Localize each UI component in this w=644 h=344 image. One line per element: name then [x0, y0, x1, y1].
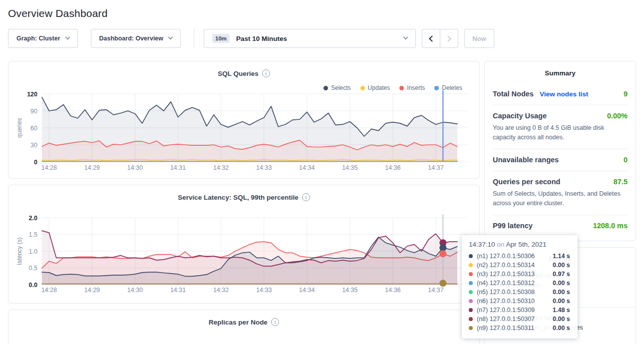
sql-queries-chart-card: SQL Queries i SelectsUpdatesInsertsDelet… — [8, 61, 480, 179]
svg-text:14:37: 14:37 — [428, 164, 443, 171]
svg-text:queries: queries — [16, 118, 23, 137]
legend-item-deletes[interactable]: Deletes — [434, 84, 462, 91]
main-layout: SQL Queries i SelectsUpdatesInsertsDelet… — [8, 61, 636, 344]
now-button[interactable]: Now — [464, 29, 494, 48]
chevron-right-icon — [445, 35, 451, 42]
p99-latency-label: P99 latency — [493, 222, 533, 230]
svg-text:14:35: 14:35 — [342, 287, 357, 294]
sql-queries-chart-title: SQL Queries i — [8, 69, 479, 77]
total-nodes-value: 9 — [624, 90, 628, 98]
svg-text:0.5: 0.5 — [29, 265, 37, 272]
svg-text:14:32: 14:32 — [213, 164, 229, 171]
summary-title: Summary — [485, 69, 636, 77]
latency-chart[interactable]: 14:2814:2914:3014:3114:3214:3314:3414:35… — [16, 212, 472, 297]
legend-item-selects[interactable]: Selects — [323, 84, 350, 91]
svg-text:14:35: 14:35 — [342, 164, 357, 171]
chevron-down-icon — [168, 34, 173, 39]
svg-text:14:33: 14:33 — [256, 287, 272, 294]
sql-queries-chart[interactable]: 14:2814:2914:3014:3114:3214:3314:3414:35… — [16, 88, 472, 173]
dashboard-dropdown[interactable]: Dashboard: Overview — [91, 29, 181, 48]
svg-text:30: 30 — [30, 142, 37, 149]
summary-body: Total Nodes View nodes list 9 Capacity U… — [485, 82, 636, 237]
time-prev-button[interactable] — [422, 29, 440, 48]
svg-text:14:34: 14:34 — [299, 164, 315, 171]
overview-dashboard-page: Overview Dashboard Graph: Cluster Dashbo… — [0, 0, 644, 344]
unavailable-ranges-row: Unavailable ranges 0 — [493, 149, 628, 171]
charts-column: SQL Queries i SelectsUpdatesInsertsDelet… — [8, 61, 480, 344]
event-detail: movr.public.user_promo_codes — [493, 323, 628, 333]
latency-chart-card: Service Latency: SQL, 99th percentile i … — [8, 185, 480, 304]
graph-dropdown-label: Graph: Cluster — [16, 35, 60, 42]
svg-text:14:32: 14:32 — [213, 287, 229, 294]
events-card: Events User root created tablemovr.publi… — [484, 247, 636, 344]
svg-text:14:31: 14:31 — [170, 287, 186, 294]
svg-text:latency (s): latency (s) — [16, 237, 23, 265]
svg-text:14:33: 14:33 — [256, 164, 272, 171]
sql-queries-legend: SelectsUpdatesInsertsDeletes — [323, 84, 462, 91]
event-message: User root created table — [493, 272, 559, 279]
unavailable-ranges-value: 0 — [624, 156, 628, 164]
unavailable-ranges-label: Unavailable ranges — [493, 156, 559, 164]
legend-label: Selects — [331, 84, 350, 91]
chevron-down-icon — [65, 34, 70, 39]
total-nodes-label: Total Nodes — [493, 90, 534, 98]
time-range-label: Past 10 Minutes — [236, 35, 287, 42]
svg-text:14:28: 14:28 — [41, 164, 57, 171]
legend-dot — [360, 86, 365, 90]
time-range-badge: 10m — [212, 34, 230, 43]
svg-text:0: 0 — [34, 159, 37, 166]
time-next-button[interactable] — [440, 29, 458, 48]
legend-label: Updates — [368, 84, 390, 91]
info-icon[interactable]: i — [271, 318, 279, 326]
svg-text:14:28: 14:28 — [41, 287, 57, 294]
total-nodes-row: Total Nodes View nodes list 9 — [493, 83, 628, 105]
capacity-usage-desc: You are using 0 B of 4.5 GiB usable disk… — [493, 123, 628, 142]
svg-text:2.0: 2.0 — [29, 215, 37, 222]
summary-card: Summary Total Nodes View nodes list 9 Ca… — [484, 61, 636, 241]
queries-per-second-desc: Sum of Selects, Updates, Inserts, and De… — [493, 189, 628, 208]
svg-text:0.0: 0.0 — [29, 282, 37, 289]
capacity-usage-value: 0.00% — [607, 112, 628, 120]
queries-per-second-label: Queries per second — [493, 178, 560, 186]
legend-dot — [323, 86, 328, 90]
svg-text:14:36: 14:36 — [385, 164, 400, 171]
svg-text:90: 90 — [30, 108, 37, 115]
chevron-down-icon — [403, 34, 408, 39]
svg-text:14:30: 14:30 — [127, 164, 143, 171]
legend-label: Deletes — [442, 84, 462, 91]
event-message: User root created table — [493, 314, 559, 322]
p99-latency-value: 1208.0 ms — [593, 222, 628, 230]
legend-item-inserts[interactable]: Inserts — [399, 84, 425, 91]
graph-dropdown[interactable]: Graph: Cluster — [8, 29, 78, 48]
svg-text:14:34: 14:34 — [299, 287, 315, 294]
event-detail: movr.public.rides — [493, 281, 628, 290]
svg-text:14:29: 14:29 — [84, 164, 100, 171]
svg-text:14:29: 14:29 — [84, 287, 100, 294]
latency-chart-title: Service Latency: SQL, 99th percentile i — [8, 193, 479, 201]
svg-text:1.5: 1.5 — [29, 231, 37, 238]
time-step-buttons — [422, 29, 458, 48]
event-row[interactable]: User root created tablemovr.public.rides — [485, 265, 636, 307]
info-icon[interactable]: i — [262, 69, 270, 77]
legend-dot — [399, 86, 404, 90]
events-title: Events — [485, 255, 636, 262]
info-icon[interactable]: i — [302, 193, 310, 201]
summary-sidebar: Summary Total Nodes View nodes list 9 Ca… — [484, 61, 636, 344]
dashboard-dropdown-label: Dashboard: Overview — [99, 35, 164, 42]
svg-text:14:30: 14:30 — [127, 287, 143, 294]
p99-latency-row: P99 latency 1208.0 ms — [493, 215, 628, 237]
svg-text:14:37: 14:37 — [428, 287, 443, 294]
legend-item-updates[interactable]: Updates — [360, 84, 390, 91]
legend-dot — [434, 86, 439, 90]
time-range-picker[interactable]: 10m Past 10 Minutes — [204, 29, 416, 48]
controls-divider — [194, 29, 194, 48]
replicas-chart-title: Replicas per Node i — [8, 318, 479, 326]
svg-text:60: 60 — [30, 125, 37, 132]
view-nodes-list-link[interactable]: View nodes list — [540, 90, 588, 98]
capacity-usage-label: Capacity Usage — [493, 112, 547, 120]
legend-label: Inserts — [407, 84, 425, 91]
event-row[interactable]: User root created tablemovr.public.user_… — [485, 307, 636, 339]
svg-text:120: 120 — [27, 91, 37, 98]
svg-text:14:31: 14:31 — [170, 164, 186, 171]
queries-per-second-value: 87.5 — [614, 178, 628, 186]
